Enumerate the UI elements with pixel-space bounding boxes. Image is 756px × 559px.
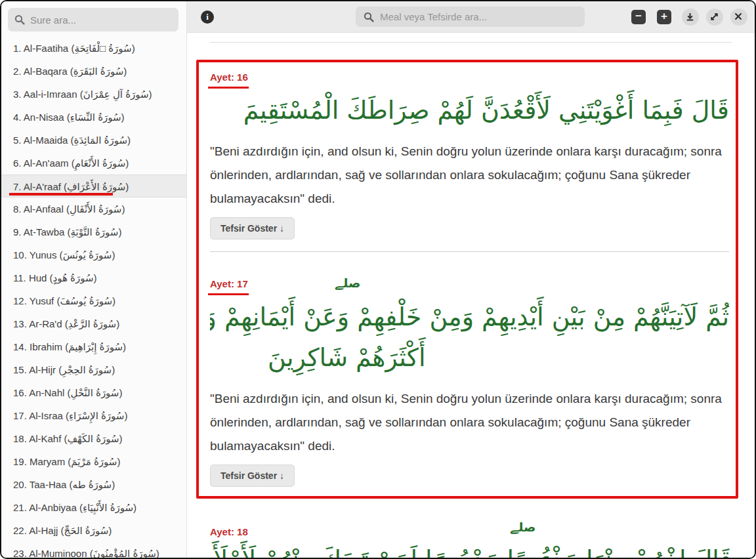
surah-label: 3. Aal-i-Imraan (سُورَةُ آلِ عِمْرَانَ) — [13, 89, 152, 100]
sidebar-item-al-baqara[interactable]: 2. Al-Baqara (سُورَةُ البَقَرَةِ) — [1, 60, 186, 83]
ayet-16-block: Ayet: 16 قَالَ فَبِمَا أَغْوَيْتَنِي لَأ… — [210, 72, 729, 239]
waqf-pause-mark: صلے — [510, 520, 536, 535]
sidebar-item-al-kahf[interactable]: 18. Al-Kahf (سُورَةُ الكَهْفِ) — [1, 427, 186, 450]
annotation-highlight-box: Ayet: 16 قَالَ فَبِمَا أَغْوَيْتَنِي لَأ… — [196, 60, 738, 499]
search-icon — [364, 12, 374, 22]
surah-label: 13. Ar-Ra'd (سُورَةُ الرَّعْدِ) — [13, 318, 119, 329]
close-icon — [734, 12, 744, 22]
sidebar-item-al-a-raaf[interactable]: 7. Al-A'raaf (سُورَةُ الأَعْرَافِ) — [1, 175, 186, 197]
plus-icon: + — [661, 10, 667, 22]
sidebar-item-yusuf[interactable]: 12. Yusuf (سُورَةُ يُوسُفَ) — [1, 289, 186, 312]
surah-label: 9. At-Tawba (سُورَةُ التَّوْبَةِ) — [13, 226, 121, 238]
surah-label: 7. Al-A'raaf (سُورَةُ الأَعْرَافِ) — [13, 181, 129, 192]
sidebar-item-al-anbiyaa[interactable]: 21. Al-Anbiyaa (سُورَةُ الأَنْبِيَاءِ) — [1, 496, 186, 519]
fullscreen-icon — [709, 12, 720, 22]
surah-label: 12. Yusuf (سُورَةُ يُوسُفَ) — [13, 295, 116, 306]
meal-tefsir-search-input[interactable]: Meal veya Tefsirde ara... — [356, 7, 585, 27]
surah-label: 20. Taa-Haa (سُورَةُ طه) — [13, 479, 115, 490]
section-divider — [210, 42, 732, 43]
minus-icon: − — [635, 10, 642, 22]
surah-label: 5. Al-Maaida (سُورَةُ المَائِدَةِ) — [13, 135, 131, 146]
ayet-17-translation: "Beni azdırdığın için, and olsun ki, Sen… — [210, 387, 729, 458]
surah-label: 23. Al-Muminoon (سُورَةُ المُؤْمِنُونَ) — [13, 548, 159, 558]
sidebar-item-al-faatiha[interactable]: 1. Al-Faatiha (سُورَةُ □لْفَاتِحَةِ) — [1, 37, 186, 60]
sidebar-item-maryam[interactable]: 19. Maryam (سُورَةُ مَرْيَمَ) — [1, 450, 186, 473]
ayet-16-translation: "Beni azdırdığın için, and olsun ki, Sen… — [210, 140, 729, 211]
surah-label: 19. Maryam (سُورَةُ مَرْيَمَ) — [13, 456, 120, 467]
surah-label: 21. Al-Anbiyaa (سُورَةُ الأَنْبِيَاءِ) — [13, 502, 136, 513]
sidebar-item-al-anfaal[interactable]: 8. Al-Anfaal (سُورَةُ الأَنْفَالِ) — [1, 197, 186, 220]
surah-label: 14. Ibrahim (سُورَةُ إِبْرَاهِيمَ) — [13, 341, 126, 352]
ayet-16-arabic: قَالَ فَبِمَا أَغْوَيْتَنِي لَأَقْعُدَنَ… — [210, 90, 729, 131]
ayet-number: Ayet: 17 — [210, 278, 248, 289]
sidebar-item-al-israa[interactable]: 17. Al-Israa (سُورَةُ الإِسْرَاءِ) — [1, 404, 186, 427]
sidebar-item-al-an-aam[interactable]: 6. Al-An'aam (سُورَةُ الأَنْعَامِ) — [1, 152, 186, 175]
surah-label: 15. Al-Hijr (سُورَةُ الحِجْرِ) — [13, 364, 115, 375]
surah-list: 1. Al-Faatiha (سُورَةُ □لْفَاتِحَةِ)2. A… — [1, 37, 186, 558]
sidebar-item-an-nahl[interactable]: 16. An-Nahl (سُورَةُ النَّحْلِ) — [1, 381, 186, 404]
download-icon — [685, 12, 696, 22]
surah-label: 2. Al-Baqara (سُورَةُ البَقَرَةِ) — [13, 66, 127, 77]
app-window: Sure ara... 1. Al-Faatiha (سُورَةُ □لْفَ… — [0, 0, 756, 559]
surah-label: 6. Al-An'aam (سُورَةُ الأَنْعَامِ) — [13, 157, 129, 169]
sidebar: Sure ara... 1. Al-Faatiha (سُورَةُ □لْفَ… — [1, 1, 187, 558]
surah-search-placeholder: Sure ara... — [30, 14, 76, 26]
info-icon[interactable]: i — [201, 10, 214, 24]
ayet-18-label: Ayet: 18 — [210, 526, 248, 538]
zoom-out-button[interactable]: − — [631, 10, 646, 24]
arabic-line: قَالَ فَبِمَا أَغْوَيْتَنِي لَأَقْعُدَنَ… — [210, 90, 729, 131]
sidebar-item-al-hijr[interactable]: 15. Al-Hijr (سُورَةُ الحِجْرِ) — [1, 358, 186, 381]
surah-label: 17. Al-Israa (سُورَةُ الإِسْرَاءِ) — [13, 410, 127, 421]
sidebar-item-hud[interactable]: 11. Hud (سُورَةُ هُودٍ) — [1, 266, 186, 289]
tefsir-goster-button-17[interactable]: Tefsir Göster ↓ — [210, 465, 295, 487]
arabic-line: قَالَ اخْرُجْ مِنْهَا مَذْءُومًا مَدْحُو… — [210, 539, 732, 558]
surah-label: 11. Hud (سُورَةُ هُودٍ) — [13, 272, 97, 283]
sidebar-item-al-hajj[interactable]: 22. Al-Hajj (سُورَةُ الحَجِّ) — [1, 519, 186, 542]
surah-label: 10. Yunus (سُورَةُ يُونُسَ) — [13, 249, 115, 260]
sidebar-item-al-maaida[interactable]: 5. Al-Maaida (سُورَةُ المَائِدَةِ) — [1, 129, 186, 152]
sidebar-item-an-nisaa[interactable]: 4. An-Nisaa (سُورَةُ النِّسَاءِ) — [1, 106, 186, 129]
sidebar-item-yunus[interactable]: 10. Yunus (سُورَةُ يُونُسَ) — [1, 243, 186, 266]
sidebar-item-aal-i-imraan[interactable]: 3. Aal-i-Imraan (سُورَةُ آلِ عِمْرَانَ) — [1, 83, 186, 106]
ayet-18-arabic: قَالَ اخْرُجْ مِنْهَا مَذْءُومًا مَدْحُو… — [210, 539, 732, 558]
sidebar-item-at-tawba[interactable]: 9. At-Tawba (سُورَةُ التَّوْبَةِ) — [1, 220, 186, 243]
ayet-17-arabic: ثُمَّ لَآتِيَنَّهُمْ مِنْ بَيْنِ أَيْدِي… — [210, 297, 729, 378]
arabic-line: أَكْثَرَهُمْ شَاكِرِينَ — [210, 337, 729, 378]
ayet-16-label: Ayet: 16 — [210, 72, 249, 89]
ayet-number: Ayet: 16 — [210, 72, 248, 83]
fullscreen-button[interactable] — [706, 9, 723, 26]
zoom-in-button[interactable]: + — [657, 10, 671, 24]
ayet-18-block: Ayet: 18 صلے قَالَ اخْرُجْ مِنْهَا مَذْء… — [210, 526, 732, 558]
topbar: i Meal veya Tefsirde ara... − + — [187, 1, 755, 33]
waqf-pause-mark: صلے — [335, 276, 360, 291]
annotation-underline — [9, 193, 113, 196]
arabic-line: ثُمَّ لَآتِيَنَّهُمْ مِنْ بَيْنِ أَيْدِي… — [210, 297, 729, 337]
ayet-number: Ayet: 18 — [210, 526, 248, 537]
tefsir-goster-button-16[interactable]: Tefsir Göster ↓ — [210, 217, 295, 239]
sidebar-item-ar-ra-d[interactable]: 13. Ar-Ra'd (سُورَةُ الرَّعْدِ) — [1, 312, 186, 335]
sidebar-item-al-muminoon[interactable]: 23. Al-Muminoon (سُورَةُ المُؤْمِنُونَ) — [1, 542, 186, 558]
surah-label: 1. Al-Faatiha (سُورَةُ □لْفَاتِحَةِ) — [13, 43, 135, 54]
sidebar-item-taa-haa[interactable]: 20. Taa-Haa (سُورَةُ طه) — [1, 473, 186, 496]
surah-label: 16. An-Nahl (سُورَةُ النَّحْلِ) — [13, 387, 122, 398]
surah-label: 22. Al-Hajj (سُورَةُ الحَجِّ) — [13, 525, 112, 536]
surah-search-input[interactable]: Sure ara... — [8, 8, 178, 31]
surah-label: 8. Al-Anfaal (سُورَةُ الأَنْفَالِ) — [13, 203, 125, 215]
ayet-17-block: Ayet: 17 صلے ثُمَّ لَآتِيَنَّهُمْ مِنْ ب… — [210, 252, 729, 487]
close-button[interactable] — [730, 9, 747, 26]
download-button[interactable] — [682, 9, 699, 26]
meal-tefsir-search-placeholder: Meal veya Tefsirde ara... — [380, 11, 487, 22]
annotation-underline — [208, 293, 249, 295]
surah-label: 18. Al-Kahf (سُورَةُ الكَهْفِ) — [13, 433, 123, 444]
ayet-17-label: Ayet: 17 — [210, 278, 249, 295]
surah-label: 4. An-Nisaa (سُورَةُ النِّسَاءِ) — [13, 112, 125, 123]
sidebar-item-ibrahim[interactable]: 14. Ibrahim (سُورَةُ إِبْرَاهِيمَ) — [1, 335, 186, 358]
verse-content: Ayet: 16 قَالَ فَبِمَا أَغْوَيْتَنِي لَأ… — [188, 33, 755, 558]
search-icon — [14, 14, 25, 25]
annotation-underline — [208, 87, 249, 89]
